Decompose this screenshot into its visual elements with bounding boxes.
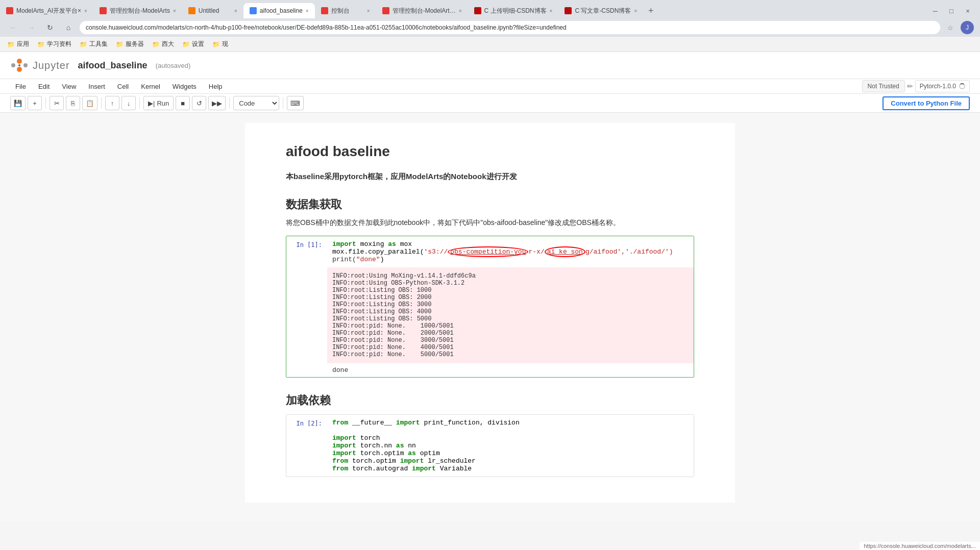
cell-2-input[interactable]: from __future__ import print_function, d… xyxy=(327,415,694,477)
tab-modelarts-console[interactable]: 管理控制台-ModelArts × xyxy=(93,3,182,18)
menu-kernel[interactable]: Kernel xyxy=(136,81,165,92)
code2-line-3: import torch.nn as nn xyxy=(332,442,689,449)
code-line-3: print("done") xyxy=(332,256,689,263)
tab-close-1[interactable]: × xyxy=(84,8,87,14)
not-trusted-button[interactable]: Not Trusted xyxy=(862,80,905,92)
xian-folder-icon: 📁 xyxy=(212,41,220,48)
tab-close-4[interactable]: × xyxy=(306,8,309,14)
restart-run-button[interactable]: ▶▶ xyxy=(208,96,226,110)
tab-label-4: aifood_baseline xyxy=(260,7,303,14)
bookmark-apps[interactable]: 📁 应用 xyxy=(7,40,29,48)
bookmark-server-label: 服务器 xyxy=(126,40,144,48)
tab-untitled[interactable]: Untitled × xyxy=(182,3,243,18)
restart-button[interactable]: ↺ xyxy=(192,96,206,110)
cell-1-input[interactable]: import moxing as mox mox.file.copy_paral… xyxy=(327,236,694,267)
jupyter-header: Jupyter aifood_baseline (autosaved) xyxy=(0,52,980,79)
tab-close-5[interactable]: × xyxy=(367,8,370,14)
bookmark-settings[interactable]: 📁 设置 xyxy=(182,40,204,48)
tab-close-6[interactable]: × xyxy=(459,8,462,14)
tab-modelarts-console2[interactable]: 管理控制台-ModelArt… × xyxy=(376,3,468,18)
move-down-button[interactable]: ↓ xyxy=(121,96,136,110)
code2-nn: nn xyxy=(408,442,416,449)
browser-window-controls: ─ □ × xyxy=(923,3,980,18)
cell-1-label: In [1]: xyxy=(286,236,327,377)
import-kw-1: import xyxy=(332,240,356,248)
menu-view[interactable]: View xyxy=(57,81,81,92)
convert-to-python-button[interactable]: Convert to Python File xyxy=(883,96,970,110)
notebook-heading: aifood baseline xyxy=(286,143,694,160)
forward-button[interactable]: → xyxy=(24,20,39,35)
as-kw-1: as xyxy=(388,240,396,248)
notebook-subtitle: 本baseline采用pytorch框架，应用ModelArts的Noteboo… xyxy=(286,172,694,182)
menu-edit[interactable]: Edit xyxy=(33,81,55,92)
tab-modelarts-ai[interactable]: ModelArts_AI开发平台× × xyxy=(0,3,93,18)
run-button[interactable]: ▶| Run xyxy=(143,96,174,110)
server-folder-icon: 📁 xyxy=(116,41,124,48)
tab-csdn-write[interactable]: C C 写文章-CSDN博客 × xyxy=(558,3,643,18)
kernel-status: Pytorch-1.0.0 xyxy=(915,80,970,92)
minimize-button[interactable]: ─ xyxy=(929,5,941,17)
tab-bar: ModelArts_AI开发平台× × 管理控制台-ModelArts × Un… xyxy=(0,0,980,18)
paste-button[interactable]: 📋 xyxy=(82,96,97,110)
cell-type-select[interactable]: Code xyxy=(233,96,279,110)
bookmark-tools[interactable]: 📁 工具集 xyxy=(80,40,108,48)
tab-label-7: C 上传明细-CSDN博客 xyxy=(484,7,547,15)
code-str-comma: ','./aifood/') xyxy=(617,248,673,256)
tab-label-6: 管理控制台-ModelArt… xyxy=(393,7,456,15)
svg-point-0 xyxy=(17,59,22,64)
url-bar[interactable]: console.huaweicloud.com/modelarts/cn-nor… xyxy=(80,21,940,34)
tab-csdn-upload[interactable]: C C 上传明细-CSDN博客 × xyxy=(468,3,559,18)
maximize-button[interactable]: □ xyxy=(945,5,958,17)
tools-folder-icon: 📁 xyxy=(80,41,87,48)
close-button[interactable]: × xyxy=(962,5,974,17)
code-print: print( xyxy=(332,256,356,263)
copy-button[interactable]: ⎘ xyxy=(66,96,80,110)
move-up-button[interactable]: ↑ xyxy=(105,96,119,110)
menu-widgets[interactable]: Widgets xyxy=(167,81,202,92)
tab-favicon-8: C xyxy=(565,7,572,14)
reload-button[interactable]: ↻ xyxy=(43,20,57,35)
tab-close-8[interactable]: × xyxy=(634,8,637,14)
menu-file[interactable]: File xyxy=(10,81,31,92)
tab-close-2[interactable]: × xyxy=(173,8,176,14)
bookmark-xian[interactable]: 📁 现 xyxy=(212,40,228,48)
bookmark-settings-label: 设置 xyxy=(192,40,204,48)
interrupt-button[interactable]: ■ xyxy=(176,96,190,110)
notebook-title[interactable]: aifood_baseline xyxy=(78,60,148,71)
code-line-1: import moxing as mox xyxy=(332,240,689,248)
bookmark-server[interactable]: 📁 服务器 xyxy=(116,40,144,48)
tab-close-7[interactable]: × xyxy=(550,8,553,14)
section1-description: 将您OBS桶中的数据文件加载到此notebook中，将如下代码中"obs-aif… xyxy=(286,218,694,228)
menu-cell[interactable]: Cell xyxy=(112,81,134,92)
tab-aifood-baseline[interactable]: aifood_baseline × xyxy=(243,3,315,18)
section1-heading: 数据集获取 xyxy=(286,197,694,212)
toolbar-separator-4 xyxy=(229,97,230,109)
menu-insert[interactable]: Insert xyxy=(83,81,110,92)
code-paren-close: ) xyxy=(380,256,384,263)
bookmark-star-button[interactable]: ☆ xyxy=(944,21,957,34)
home-button[interactable]: ⌂ xyxy=(61,20,76,35)
code-text-1: moxing xyxy=(360,240,388,248)
code2-line-6: from torch.autograd import Variable xyxy=(332,465,689,472)
toolbar-separator-3 xyxy=(139,97,140,109)
bookmark-learning[interactable]: 📁 学习资料 xyxy=(37,40,71,48)
bookmark-tools-label: 工具集 xyxy=(89,40,108,48)
save-button[interactable]: 💾 xyxy=(10,96,26,110)
apps-folder-icon: 📁 xyxy=(7,41,15,48)
tab-console[interactable]: 控制台 × xyxy=(315,3,376,18)
bookmark-xida[interactable]: 📁 西大 xyxy=(152,40,174,48)
code-cell-2[interactable]: In [2]: from __future__ import print_fun… xyxy=(286,414,694,477)
back-button[interactable]: ← xyxy=(6,20,20,35)
menu-help[interactable]: Help xyxy=(204,81,228,92)
tab-close-3[interactable]: × xyxy=(234,8,237,14)
edit-pencil-icon[interactable]: ✏ xyxy=(907,82,913,90)
account-avatar[interactable]: J xyxy=(961,21,974,34)
cut-button[interactable]: ✂ xyxy=(50,96,64,110)
cell-1-label-text: In [1]: xyxy=(296,241,322,248)
tab-favicon-3 xyxy=(188,7,195,14)
code-cell-1[interactable]: In [1]: import moxing as mox mox.file.co… xyxy=(286,236,694,378)
code2-funcs: print_function, division xyxy=(424,419,519,427)
new-tab-button[interactable]: + xyxy=(643,3,658,18)
keyboard-button[interactable]: ⌨ xyxy=(287,96,304,110)
add-cell-button[interactable]: + xyxy=(28,96,42,110)
